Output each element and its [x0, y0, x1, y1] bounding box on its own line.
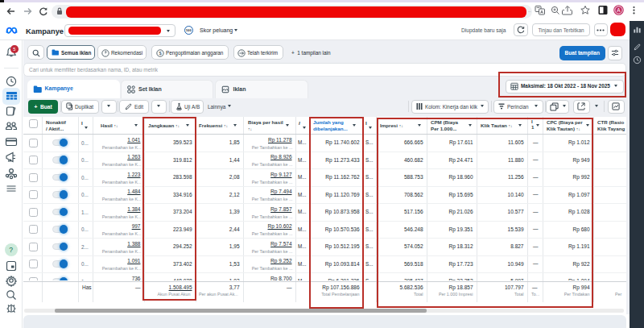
svg-text:$: $: [159, 51, 162, 56]
svg-text:A: A: [617, 7, 621, 13]
